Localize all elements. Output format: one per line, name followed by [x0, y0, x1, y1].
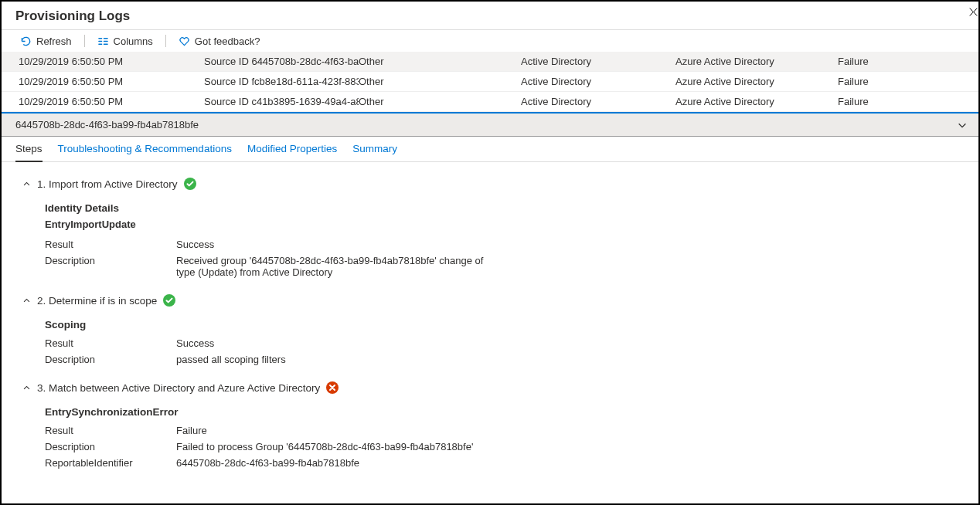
- chevron-up-icon[interactable]: [22, 297, 31, 305]
- log-table: 10/29/2019 6:50:50 PM Source ID 6445708b…: [2, 52, 978, 112]
- cell-status: Failure: [838, 76, 961, 87]
- tab-troubleshooting[interactable]: Troubleshooting & Recommendations: [58, 143, 232, 161]
- steps-content: 1. Import from Active Directory Identity…: [2, 162, 978, 471]
- cell-date: 10/29/2019 6:50:50 PM: [19, 76, 204, 87]
- step-2-body: Scoping Result Success Description passe…: [22, 311, 963, 375]
- cell-action: Other: [359, 76, 521, 87]
- step-1-header[interactable]: 1. Import from Active Directory: [22, 171, 963, 195]
- cell-source-id: Source ID 6445708b-28dc-4f63-ba99-fb4: [204, 56, 359, 67]
- kv-row: Description Received group '6445708b-28d…: [45, 252, 963, 280]
- identity-details-heading: Identity Details: [45, 202, 963, 214]
- chevron-up-icon[interactable]: [22, 180, 31, 188]
- kv-row: Result Failure: [45, 422, 963, 439]
- step-3-title: 3. Match between Active Directory and Az…: [37, 382, 320, 394]
- cell-source: Active Directory: [521, 76, 675, 87]
- refresh-icon: [20, 36, 32, 47]
- step-1-body: Identity Details EntryImportUpdate Resul…: [22, 195, 963, 288]
- cell-target: Azure Active Directory: [675, 76, 838, 87]
- tab-steps[interactable]: Steps: [15, 143, 43, 162]
- refresh-button[interactable]: Refresh: [15, 36, 77, 47]
- toolbar: Refresh Columns Got feedback?: [2, 30, 978, 52]
- kv-row: ReportableIdentifier 6445708b-28dc-4f63-…: [45, 455, 963, 471]
- reportable-id-value: 6445708b-28dc-4f63-ba99-fb4ab7818bfe: [176, 457, 501, 469]
- result-value: Success: [176, 239, 501, 250]
- cell-action: Other: [359, 96, 521, 107]
- kv-row: Result Success: [45, 335, 963, 351]
- kv-row: Description passed all scoping filters: [45, 351, 963, 368]
- columns-label: Columns: [114, 36, 153, 47]
- heart-icon: [179, 36, 190, 47]
- kv-row: Description Failed to process Group '644…: [45, 439, 963, 455]
- feedback-label: Got feedback?: [195, 36, 260, 47]
- scoping-heading: Scoping: [45, 319, 963, 330]
- cell-source-id: Source ID c41b3895-1639-49a4-a8ea-466: [204, 96, 359, 107]
- success-icon: [163, 294, 175, 307]
- entry-import-heading: EntryImportUpdate: [45, 219, 963, 230]
- description-label: Description: [45, 441, 176, 452]
- description-label: Description: [45, 354, 176, 365]
- kv-row: Result Success: [45, 236, 963, 252]
- result-label: Result: [45, 239, 176, 250]
- columns-button[interactable]: Columns: [93, 36, 158, 47]
- detail-header[interactable]: 6445708b-28dc-4f63-ba99-fb4ab7818bfe: [2, 112, 978, 137]
- table-row[interactable]: 10/29/2019 6:50:50 PM Source ID fcb8e18d…: [2, 72, 978, 92]
- description-label: Description: [45, 255, 176, 278]
- chevron-down-icon[interactable]: [957, 120, 968, 133]
- cell-date: 10/29/2019 6:50:50 PM: [19, 56, 204, 67]
- tab-modified-properties[interactable]: Modified Properties: [247, 143, 337, 161]
- step-3-body: EntrySynchronizationError Result Failure…: [22, 398, 963, 471]
- failure-icon: [326, 381, 339, 394]
- description-value: Failed to process Group '6445708b-28dc-4…: [176, 441, 501, 452]
- tab-summary[interactable]: Summary: [352, 143, 397, 161]
- toolbar-separator: [165, 35, 166, 47]
- detail-tabs: Steps Troubleshooting & Recommendations …: [2, 137, 978, 162]
- refresh-label: Refresh: [36, 36, 72, 47]
- step-2-title: 2. Determine if is in scope: [37, 295, 157, 307]
- result-value: Success: [176, 337, 501, 349]
- step-1-title: 1. Import from Active Directory: [37, 178, 178, 190]
- cell-target: Azure Active Directory: [675, 56, 838, 67]
- cell-status: Failure: [838, 56, 961, 67]
- table-row[interactable]: 10/29/2019 6:50:50 PM Source ID c41b3895…: [2, 92, 978, 112]
- page-title: Provisioning Logs: [15, 8, 130, 23]
- chevron-up-icon[interactable]: [22, 384, 31, 392]
- columns-icon: [97, 36, 109, 47]
- description-value: Received group '6445708b-28dc-4f63-ba99-…: [176, 255, 501, 278]
- step-3-header[interactable]: 3. Match between Active Directory and Az…: [22, 375, 963, 398]
- cell-status: Failure: [838, 96, 961, 107]
- feedback-button[interactable]: Got feedback?: [174, 36, 265, 47]
- cell-target: Azure Active Directory: [675, 96, 838, 107]
- description-value: passed all scoping filters: [176, 354, 501, 365]
- reportable-id-label: ReportableIdentifier: [45, 457, 176, 469]
- entry-sync-error-heading: EntrySynchronizationError: [45, 406, 963, 418]
- table-row[interactable]: 10/29/2019 6:50:50 PM Source ID 6445708b…: [2, 52, 978, 72]
- toolbar-separator: [84, 35, 85, 47]
- page-header: Provisioning Logs: [2, 2, 978, 30]
- cell-action: Other: [359, 56, 521, 67]
- success-icon: [184, 178, 196, 190]
- close-icon[interactable]: [968, 5, 978, 21]
- cell-source: Active Directory: [521, 96, 675, 107]
- detail-id: 6445708b-28dc-4f63-ba99-fb4ab7818bfe: [15, 119, 199, 130]
- step-2-header[interactable]: 2. Determine if is in scope: [22, 288, 963, 311]
- result-label: Result: [45, 337, 176, 349]
- result-label: Result: [45, 425, 176, 436]
- result-value: Failure: [176, 425, 501, 436]
- cell-source: Active Directory: [521, 56, 675, 67]
- cell-source-id: Source ID fcb8e18d-611a-423f-8838-b9d: [204, 76, 359, 87]
- cell-date: 10/29/2019 6:50:50 PM: [19, 96, 204, 107]
